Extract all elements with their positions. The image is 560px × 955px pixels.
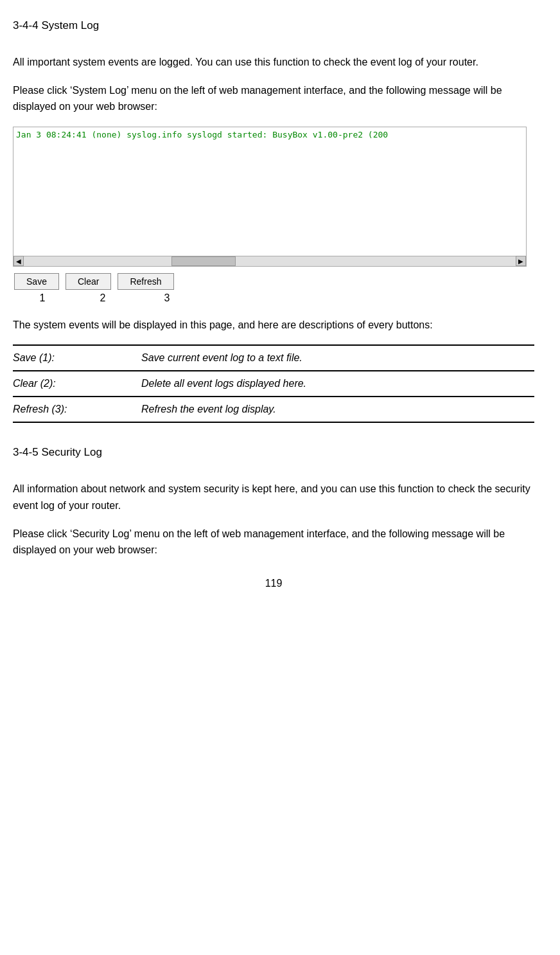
- section-344-desc2: Please click ‘System Log’ menu on the le…: [13, 82, 534, 115]
- horizontal-scrollbar[interactable]: ◀ ▶: [13, 256, 526, 266]
- action-buttons-row: Save Clear Refresh: [13, 273, 534, 290]
- log-text-area[interactable]: Jan 3 08:24:41 (none) syslog.info syslog…: [13, 127, 526, 256]
- save-label-cell: Save (1):: [13, 345, 141, 371]
- refresh-desc-cell: Refresh the event log display.: [141, 397, 534, 422]
- button-number-3: 3: [135, 292, 199, 304]
- clear-label-cell: Clear (2):: [13, 371, 141, 397]
- clear-button[interactable]: Clear: [66, 273, 111, 290]
- log-line: Jan 3 08:24:41 (none) syslog.info syslog…: [16, 130, 388, 139]
- table-row: Clear (2): Delete all event logs display…: [13, 371, 534, 397]
- save-desc-cell: Save current event log to a text file.: [141, 345, 534, 371]
- scroll-track[interactable]: [24, 256, 516, 266]
- section-344-title: 3-4-4 System Log: [13, 19, 534, 32]
- button-description-table: Save (1): Save current event log to a te…: [13, 344, 534, 423]
- after-buttons-text: The system events will be displayed in t…: [13, 317, 534, 334]
- table-row: Save (1): Save current event log to a te…: [13, 345, 534, 371]
- section-345-desc1: All information about network and system…: [13, 481, 534, 513]
- scroll-thumb[interactable]: [171, 256, 236, 266]
- section-345-desc2: Please click ‘Security Log’ menu on the …: [13, 526, 534, 558]
- log-display-container: Jan 3 08:24:41 (none) syslog.info syslog…: [13, 127, 527, 267]
- button-number-1: 1: [14, 292, 71, 304]
- button-number-2: 2: [71, 292, 135, 304]
- section-344-desc1: All important system events are logged. …: [13, 54, 534, 71]
- refresh-button[interactable]: Refresh: [118, 273, 173, 290]
- clear-desc-cell: Delete all event logs displayed here.: [141, 371, 534, 397]
- refresh-label-cell: Refresh (3):: [13, 397, 141, 422]
- scroll-left-button[interactable]: ◀: [13, 256, 24, 266]
- save-button[interactable]: Save: [14, 273, 59, 290]
- table-row: Refresh (3): Refresh the event log displ…: [13, 397, 534, 422]
- button-numbers-row: 1 2 3: [13, 292, 534, 304]
- section-345-title: 3-4-5 Security Log: [13, 446, 534, 459]
- page-number: 119: [13, 578, 534, 589]
- scroll-right-button[interactable]: ▶: [516, 256, 526, 266]
